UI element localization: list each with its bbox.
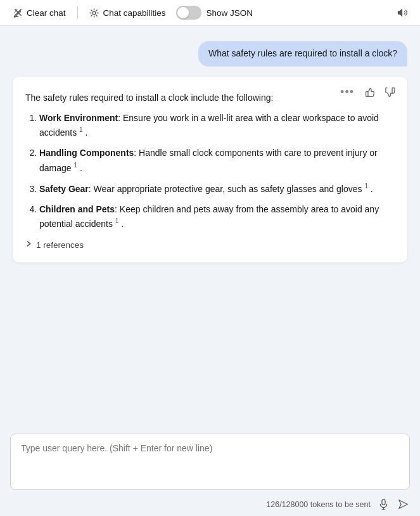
clear-chat-icon [13, 8, 23, 18]
chevron-right-icon [25, 240, 32, 251]
mic-button[interactable] [377, 498, 390, 511]
status-icons [377, 498, 410, 511]
send-button[interactable] [397, 498, 410, 511]
chat-capabilities-button[interactable]: Chat capabilities [84, 5, 171, 20]
show-json-toggle-wrap: Show JSON [176, 6, 253, 20]
svg-point-0 [92, 11, 96, 15]
clear-chat-label: Clear chat [27, 8, 66, 18]
show-json-label: Show JSON [207, 8, 253, 18]
thumbs-up-icon [364, 87, 375, 98]
send-icon [398, 499, 409, 510]
volume-icon [397, 7, 409, 18]
references-row[interactable]: 1 references [25, 238, 395, 252]
chat-spacer [13, 273, 407, 416]
toolbar: Clear chat Chat capabilities Show JSON [0, 0, 420, 26]
references-label: 1 references [36, 238, 84, 252]
item-3-body: : Wear appropriate protective gear, such… [89, 184, 362, 194]
thumbs-down-button[interactable] [383, 86, 398, 99]
input-area [0, 426, 420, 495]
list-item: Children and Pets: Keep children and pet… [39, 202, 395, 231]
svg-rect-1 [382, 500, 385, 505]
ai-list: Work Environment: Ensure you work in a w… [25, 111, 395, 231]
tokens-label: 126/128000 tokens to be sent [266, 500, 371, 509]
item-2-sup: 1 [73, 162, 77, 169]
toolbar-divider [77, 6, 78, 19]
list-item: Work Environment: Ensure you work in a w… [39, 111, 395, 139]
chat-capabilities-label: Chat capabilities [103, 8, 166, 18]
user-message: What safety rules are required to instal… [198, 41, 407, 67]
item-1-sup: 1 [79, 126, 83, 133]
item-2-title: Handling Components [39, 148, 134, 158]
thumbs-up-button[interactable] [362, 86, 378, 99]
item-1-title: Work Environment [39, 113, 118, 123]
mic-icon [378, 499, 389, 510]
more-icon: ••• [340, 86, 354, 99]
gear-icon [89, 8, 99, 18]
list-item: Safety Gear: Wear appropriate protective… [39, 181, 395, 196]
chat-area: What safety rules are required to instal… [0, 26, 420, 426]
input-box [10, 434, 410, 490]
volume-button[interactable] [393, 4, 412, 21]
status-bar: 126/128000 tokens to be sent [0, 495, 420, 516]
ai-card-actions: ••• [338, 84, 398, 100]
query-input[interactable] [21, 442, 399, 482]
item-4-sup: 1 [115, 217, 119, 224]
item-4-title: Children and Pets [39, 204, 115, 214]
ai-content: The safety rules required to install a c… [25, 91, 395, 252]
thumbs-down-icon [385, 87, 396, 98]
clear-chat-button[interactable]: Clear chat [8, 5, 71, 20]
show-json-toggle[interactable] [176, 6, 201, 20]
list-item: Handling Components: Handle small clock … [39, 146, 395, 174]
ai-response-card: ••• The safety rules required to install… [13, 77, 407, 262]
more-actions-button[interactable]: ••• [338, 84, 357, 100]
item-3-title: Safety Gear [39, 184, 89, 194]
item-3-sup: 1 [364, 183, 368, 190]
